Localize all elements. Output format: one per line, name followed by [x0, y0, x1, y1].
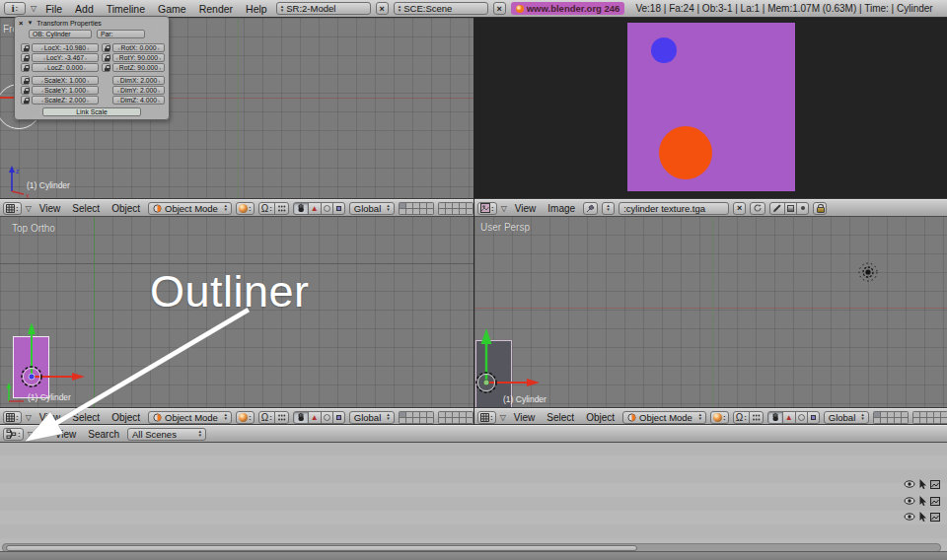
- selectable-cursor-icon[interactable]: [918, 479, 927, 489]
- layer-buttons-group1[interactable]: [873, 411, 909, 424]
- manipulator-hand-button[interactable]: [293, 411, 309, 424]
- app-icon-button[interactable]: i:: [4, 2, 26, 15]
- menu-search[interactable]: Search: [84, 429, 123, 440]
- menu-object[interactable]: Object: [108, 203, 144, 214]
- roty-field[interactable]: ‹RotY: 90.000›: [112, 53, 165, 62]
- layer-buttons-group2[interactable]: [438, 202, 474, 215]
- menu-render[interactable]: Render: [195, 3, 237, 15]
- collapse-menus-icon[interactable]: ▽: [26, 204, 32, 213]
- layer-buttons-group1[interactable]: [399, 202, 434, 215]
- lamp-object[interactable]: [855, 259, 881, 285]
- editor-type-button[interactable]: :: [477, 202, 497, 215]
- menu-view[interactable]: View: [510, 412, 540, 423]
- collapse-menus-icon[interactable]: ▽: [500, 413, 506, 422]
- mode-dropdown[interactable]: Object Mode▴▾: [148, 202, 232, 215]
- draw-type-button[interactable]: :: [236, 202, 255, 215]
- orientation-dropdown[interactable]: Global▴▾: [824, 411, 869, 424]
- snap-button[interactable]: [274, 411, 289, 424]
- scene-filter-dropdown[interactable]: All Scenes▴▾: [127, 428, 206, 441]
- collapse-menus-icon[interactable]: ▽: [26, 413, 32, 422]
- link-scale-button[interactable]: Link Scale: [42, 107, 141, 116]
- lock-locz-button[interactable]: [21, 63, 30, 72]
- selectable-cursor-icon[interactable]: [918, 496, 927, 506]
- dimy-field[interactable]: ‹DimY: 2.000›: [112, 86, 165, 95]
- pivot-button[interactable]: Ω:: [258, 202, 275, 215]
- lock-scalex-button[interactable]: [21, 76, 30, 85]
- pivot-button[interactable]: Ω:: [258, 411, 275, 424]
- lock-locy-button[interactable]: [21, 53, 30, 62]
- lock-roty-button[interactable]: [102, 53, 110, 62]
- manipulator-hand-button[interactable]: [293, 202, 309, 215]
- dimz-field[interactable]: ‹DimZ: 4.000›: [112, 96, 165, 105]
- menu-view[interactable]: View: [36, 412, 65, 423]
- editor-type-button[interactable]: :: [3, 411, 22, 424]
- draw-type-button[interactable]: :: [236, 411, 255, 424]
- collapse-panel-icon[interactable]: ▼: [27, 20, 33, 26]
- manipulator-widget[interactable]: [474, 324, 563, 393]
- image-browse-button[interactable]: ▴▾: [602, 202, 615, 215]
- renderable-icon[interactable]: [930, 513, 940, 522]
- manipulator-rotate-button[interactable]: [321, 411, 333, 424]
- screen-selector[interactable]: ▴▾SR:2-Model: [276, 2, 371, 15]
- menu-add[interactable]: Add: [71, 3, 98, 15]
- mode-dropdown[interactable]: Object Mode▴▾: [148, 411, 232, 424]
- visibility-eye-icon[interactable]: [904, 513, 915, 521]
- blender-web-link[interactable]: www.blender.org 246: [511, 2, 625, 15]
- menu-select[interactable]: Select: [543, 412, 578, 423]
- orientation-dropdown[interactable]: Global▴▾: [349, 202, 395, 215]
- menu-select[interactable]: Select: [68, 203, 104, 214]
- manipulator-rotate-button[interactable]: [795, 411, 808, 424]
- menu-select[interactable]: Select: [68, 412, 104, 423]
- scene-selector[interactable]: ▴▾SCE:Scene: [394, 2, 488, 15]
- object-name-field[interactable]: OB: Cylinder: [29, 30, 92, 38]
- close-icon[interactable]: ×: [19, 19, 23, 28]
- viewport-user[interactable]: User Persp (1) Cylinder: [474, 216, 947, 408]
- lock-locx-button[interactable]: [21, 43, 30, 52]
- lock-button[interactable]: [813, 202, 827, 215]
- rotz-field[interactable]: ‹RotZ: 90.000›: [112, 63, 165, 72]
- scene-delete-button[interactable]: ×: [493, 2, 506, 15]
- snap-button[interactable]: [749, 411, 764, 424]
- layer-buttons-group1[interactable]: [399, 411, 434, 424]
- renderable-icon[interactable]: [930, 480, 940, 489]
- collapse-menus-icon[interactable]: ▽: [501, 204, 507, 213]
- orientation-dropdown[interactable]: Global▴▾: [349, 411, 395, 424]
- lock-scaley-button[interactable]: [21, 86, 30, 95]
- selectable-cursor-icon[interactable]: [918, 512, 927, 522]
- editor-type-button[interactable]: :: [477, 411, 496, 424]
- manipulator-translate-button[interactable]: ▲: [782, 411, 796, 424]
- lock-scalez-button[interactable]: [21, 96, 30, 105]
- screen-delete-button[interactable]: ×: [376, 2, 389, 15]
- visibility-eye-icon[interactable]: [904, 480, 915, 488]
- menu-file[interactable]: File: [41, 3, 66, 15]
- locz-field[interactable]: ‹LocZ: 0.000›: [32, 63, 99, 72]
- locy-field[interactable]: ‹LocY: -3.467›: [32, 53, 99, 62]
- menu-image[interactable]: Image: [544, 203, 579, 214]
- layer-buttons-group2[interactable]: [912, 411, 947, 424]
- snap-button[interactable]: [274, 202, 289, 215]
- manipulator-scale-button[interactable]: [332, 411, 345, 424]
- dimx-field[interactable]: ‹DimX: 2.000›: [112, 76, 165, 85]
- parent-field[interactable]: Par:: [97, 30, 145, 38]
- texture-image[interactable]: [627, 23, 795, 191]
- manipulator-translate-button[interactable]: ▲: [308, 202, 322, 215]
- scalez-field[interactable]: ‹ScaleZ: 2.000›: [32, 96, 99, 105]
- viewport-divider[interactable]: [474, 18, 474, 425]
- outliner-panel[interactable]: [0, 442, 947, 560]
- manipulator-scale-button[interactable]: [332, 202, 345, 215]
- menu-view[interactable]: View: [51, 429, 81, 440]
- lock-rotz-button[interactable]: [102, 63, 110, 72]
- renderable-icon[interactable]: [930, 497, 940, 506]
- menu-game[interactable]: Game: [154, 3, 190, 15]
- menu-view[interactable]: View: [36, 203, 65, 214]
- editor-type-button[interactable]: :: [3, 428, 24, 441]
- image-name-field[interactable]: :cylinder texture.tga: [619, 202, 729, 215]
- menu-help[interactable]: Help: [242, 3, 271, 15]
- pivot-button[interactable]: Ω:: [733, 411, 750, 424]
- manipulator-scale-button[interactable]: [807, 411, 820, 424]
- dot-button[interactable]: [796, 202, 809, 215]
- manipulator-hand-button[interactable]: [767, 411, 783, 424]
- editor-type-button[interactable]: :: [3, 202, 22, 215]
- visibility-eye-icon[interactable]: [904, 497, 915, 505]
- locx-field[interactable]: ‹LocX: -10.980›: [32, 43, 99, 52]
